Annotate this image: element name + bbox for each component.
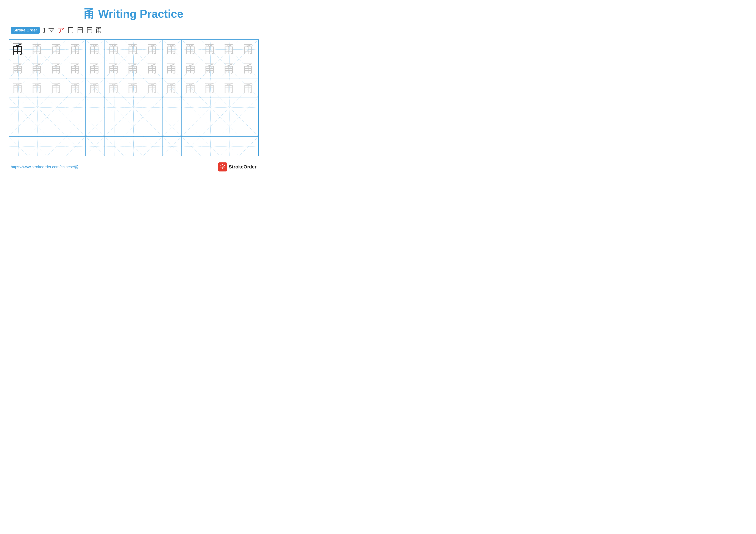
grid-cell-3-8[interactable]: [162, 98, 182, 117]
grid-cell-0-12[interactable]: 甬: [239, 39, 258, 59]
grid-cell-1-11[interactable]: 甬: [220, 59, 239, 78]
grid-cell-0-3[interactable]: 甬: [67, 39, 86, 59]
grid-cell-4-12[interactable]: [239, 117, 258, 136]
grid-cell-3-10[interactable]: [201, 98, 220, 117]
grid-cell-1-2[interactable]: 甬: [47, 59, 67, 78]
grid-cell-1-4[interactable]: 甬: [86, 59, 105, 78]
grid-cell-4-0[interactable]: [9, 117, 28, 136]
grid-cell-2-5[interactable]: 甬: [105, 78, 124, 98]
grid-cell-5-7[interactable]: [143, 137, 162, 156]
grid-cell-4-11[interactable]: [220, 117, 239, 136]
grid-cell-1-7[interactable]: 甬: [143, 59, 162, 78]
grid-cell-1-8[interactable]: 甬: [162, 59, 182, 78]
grid-cell-5-6[interactable]: [124, 137, 143, 156]
grid-cell-2-7[interactable]: 甬: [143, 78, 162, 98]
grid-cell-2-1[interactable]: 甬: [28, 78, 47, 98]
grid-cell-5-3[interactable]: [67, 137, 86, 156]
grid-cell-0-8[interactable]: 甬: [162, 39, 182, 59]
cell-character: 甬: [224, 63, 235, 74]
cell-character: 甬: [13, 63, 24, 74]
grid-cell-4-2[interactable]: [47, 117, 67, 136]
grid-cell-5-1[interactable]: [28, 137, 47, 156]
grid-cell-5-4[interactable]: [86, 137, 105, 156]
grid-cell-3-3[interactable]: [67, 98, 86, 117]
grid-cell-3-1[interactable]: [28, 98, 47, 117]
grid-cell-2-12[interactable]: 甬: [239, 78, 258, 98]
grid-cell-2-6[interactable]: 甬: [124, 78, 143, 98]
svg-line-101: [220, 98, 239, 117]
grid-cell-1-0[interactable]: 甬: [9, 59, 28, 78]
grid-cell-4-3[interactable]: [67, 117, 86, 136]
practice-grid: 甬 甬 甬 甬 甬 甬: [9, 39, 258, 156]
grid-cell-2-11[interactable]: 甬: [220, 78, 239, 98]
grid-cell-5-10[interactable]: [201, 137, 220, 156]
grid-cell-5-5[interactable]: [105, 137, 124, 156]
grid-cell-1-9[interactable]: 甬: [182, 59, 201, 78]
svg-line-112: [86, 117, 104, 136]
grid-cell-1-3[interactable]: 甬: [67, 59, 86, 78]
grid-cell-2-9[interactable]: 甬: [182, 78, 201, 98]
svg-line-143: [124, 137, 143, 156]
svg-line-127: [220, 117, 239, 136]
title-section: 甬 Writing Practice: [9, 7, 258, 21]
grid-cell-0-0[interactable]: 甬: [9, 39, 28, 59]
grid-cell-2-0[interactable]: 甬: [9, 78, 28, 98]
grid-cell-0-11[interactable]: 甬: [220, 39, 239, 59]
grid-cell-0-5[interactable]: 甬: [105, 39, 124, 59]
grid-cell-2-2[interactable]: 甬: [47, 78, 67, 98]
grid-cell-1-6[interactable]: 甬: [124, 59, 143, 78]
grid-cell-3-11[interactable]: [220, 98, 239, 117]
grid-cell-3-9[interactable]: [182, 98, 201, 117]
grid-cell-2-4[interactable]: 甬: [86, 78, 105, 98]
grid-cell-3-12[interactable]: [239, 98, 258, 117]
grid-cell-0-9[interactable]: 甬: [182, 39, 201, 59]
grid-cell-5-2[interactable]: [47, 137, 67, 156]
grid-cell-2-3[interactable]: 甬: [67, 78, 86, 98]
svg-line-97: [182, 98, 201, 117]
grid-cell-0-6[interactable]: 甬: [124, 39, 143, 59]
grid-cell-2-10[interactable]: 甬: [201, 78, 220, 98]
grid-cell-4-8[interactable]: [162, 117, 182, 136]
svg-line-93: [143, 98, 162, 117]
grid-cell-0-10[interactable]: 甬: [201, 39, 220, 59]
grid-cell-1-10[interactable]: 甬: [201, 59, 220, 78]
svg-line-123: [182, 117, 201, 136]
svg-line-132: [28, 137, 47, 156]
grid-cell-5-12[interactable]: [239, 137, 258, 156]
grid-cell-4-6[interactable]: [124, 117, 143, 136]
svg-line-150: [201, 137, 220, 156]
grid-cell-0-4[interactable]: 甬: [86, 39, 105, 59]
grid-cell-3-0[interactable]: [9, 98, 28, 117]
svg-line-103: [239, 98, 258, 117]
stroke-step-6: 冃: [86, 26, 93, 35]
grid-cell-1-5[interactable]: 甬: [105, 59, 124, 78]
grid-cell-0-2[interactable]: 甬: [47, 39, 67, 59]
svg-line-120: [162, 117, 181, 136]
grid-cell-5-11[interactable]: [220, 137, 239, 156]
grid-cell-4-1[interactable]: [28, 117, 47, 136]
grid-cell-4-10[interactable]: [201, 117, 220, 136]
grid-cell-3-5[interactable]: [105, 98, 124, 117]
grid-cell-4-5[interactable]: [105, 117, 124, 136]
grid-cell-4-9[interactable]: [182, 117, 201, 136]
svg-line-90: [124, 98, 143, 117]
grid-cell-1-1[interactable]: 甬: [28, 59, 47, 78]
grid-cell-5-0[interactable]: [9, 137, 28, 156]
grid-cell-5-9[interactable]: [182, 137, 201, 156]
grid-cell-5-8[interactable]: [162, 137, 182, 156]
grid-cell-4-7[interactable]: [143, 117, 162, 136]
grid-cell-3-4[interactable]: [86, 98, 105, 117]
grid-cell-4-4[interactable]: [86, 117, 105, 136]
page-title: 甬 Writing Practice: [9, 7, 258, 21]
grid-cell-3-7[interactable]: [143, 98, 162, 117]
grid-cell-3-2[interactable]: [47, 98, 67, 117]
svg-line-118: [143, 117, 162, 136]
svg-line-148: [182, 137, 201, 156]
grid-cell-3-6[interactable]: [124, 98, 143, 117]
grid-cell-0-7[interactable]: 甬: [143, 39, 162, 59]
grid-cell-2-8[interactable]: 甬: [162, 78, 182, 98]
grid-cell-0-1[interactable]: 甬: [28, 39, 47, 59]
grid-cell-1-12[interactable]: 甬: [239, 59, 258, 78]
cell-character: 甬: [186, 63, 197, 74]
footer-url[interactable]: https://www.strokeorder.com/chinese/甬: [11, 165, 79, 169]
